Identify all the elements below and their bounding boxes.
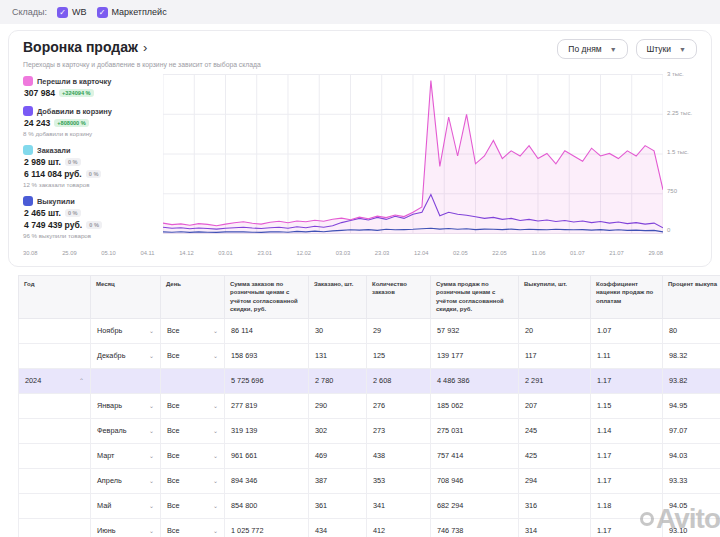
value-cell: 185 062 [431, 394, 519, 418]
month-cell[interactable]: Февраль⌄ [91, 419, 161, 443]
year-summary-row: 2024⌃5 725 6962 7802 6084 486 3862 2911.… [18, 369, 720, 394]
value-cell: 1.17 [591, 469, 663, 493]
chevron-down-icon: ⌄ [213, 527, 218, 534]
chevron-down-icon: ⌄ [149, 352, 154, 359]
chevron-up-icon: ⌃ [79, 377, 84, 384]
period-select[interactable]: По дням ▼ [557, 39, 627, 59]
value-cell: 1.07 [591, 319, 663, 343]
funnel-step-visited-card: Перешли в карточку 307 984 +324094 % [23, 76, 153, 98]
warehouse-filter-bar: Склады: ✓ WB ✓ Маркетплейс [0, 0, 720, 24]
y-tick-label: 0 [667, 227, 697, 233]
table-body: Ноябрь⌄Все⌄86 114302957 932201.0780Декаб… [18, 319, 720, 537]
value-cell: 97.07 [663, 419, 720, 443]
funnel-step-ordered: Заказали 2 989 шт. 0 % 6 114 084 руб. 0 … [23, 145, 153, 188]
day-select-cell[interactable]: Все⌄ [161, 344, 225, 368]
value-cell: 353 [367, 469, 431, 493]
day-select-cell[interactable]: Все⌄ [161, 444, 225, 468]
day-select-cell[interactable]: Все⌄ [161, 494, 225, 518]
x-tick-label: 30.08 [23, 250, 38, 256]
checkbox-check-icon: ✓ [97, 7, 108, 18]
x-tick-label: 12.02 [297, 250, 312, 256]
col-header: Заказано, шт. [309, 276, 367, 318]
x-tick-label: 23.01 [257, 250, 272, 256]
growth-badge: 0 % [86, 170, 102, 178]
card-subtitle: Переходы в карточку и добавление в корзи… [23, 61, 697, 68]
growth-badge: 0 % [86, 221, 102, 229]
value-cell: 1.15 [591, 394, 663, 418]
value-cell: 5 725 696 [225, 369, 309, 393]
units-select[interactable]: Штуки ▼ [636, 39, 697, 59]
month-cell[interactable]: Декабрь⌄ [91, 344, 161, 368]
value-cell: 93.10 [663, 519, 720, 537]
month-cell[interactable]: Апрель⌄ [91, 469, 161, 493]
conversion-note: 96 % выкупили товаров [23, 232, 153, 239]
month-cell[interactable]: Январь⌄ [91, 394, 161, 418]
value-cell: 98.32 [663, 344, 720, 368]
col-header: Количество заказов [367, 276, 431, 318]
growth-badge: 0 % [65, 158, 81, 166]
day-select-cell[interactable]: Все⌄ [161, 319, 225, 343]
value-cell: 961 661 [225, 444, 309, 468]
value-cell: 2 291 [519, 369, 591, 393]
chevron-down-icon: ⌄ [213, 352, 218, 359]
value-cell: 746 738 [431, 519, 519, 537]
y-tick-label: 750 [667, 188, 697, 194]
value-cell: 94.03 [663, 444, 720, 468]
chevron-down-icon: ▼ [610, 46, 617, 53]
x-tick-label: 29.08 [648, 250, 663, 256]
month-cell[interactable]: Ноябрь⌄ [91, 319, 161, 343]
value-cell: 294 [519, 469, 591, 493]
warehouse-checkbox-wb[interactable]: ✓ WB [57, 7, 87, 18]
x-tick-label: 25.09 [62, 250, 77, 256]
chart-x-axis: 30.0825.0905.1004.1114.1203.0123.0112.02… [23, 250, 697, 256]
value-cell: 1.17 [591, 519, 663, 537]
chevron-right-icon[interactable]: › [143, 40, 147, 55]
month-row: Июнь⌄Все⌄1 025 772434412746 7383141.1793… [18, 519, 720, 537]
x-tick-label: 05.10 [101, 250, 116, 256]
value-cell: 425 [519, 444, 591, 468]
warehouse-checkbox-marketplace[interactable]: ✓ Маркетплейс [97, 7, 167, 18]
day-select-cell[interactable]: Все⌄ [161, 419, 225, 443]
value-cell: 93.33 [663, 469, 720, 493]
chevron-down-icon: ⌄ [213, 452, 218, 459]
value-cell: 314 [519, 519, 591, 537]
value-cell: 894 346 [225, 469, 309, 493]
value-cell: 125 [367, 344, 431, 368]
month-cell[interactable]: Июнь⌄ [91, 519, 161, 537]
chevron-down-icon: ⌄ [149, 527, 154, 534]
day-select-cell[interactable]: Все⌄ [161, 519, 225, 537]
month-row: Май⌄Все⌄854 800361341682 2943161.1894.05 [18, 494, 720, 519]
value-cell: 682 294 [431, 494, 519, 518]
value-cell: 341 [367, 494, 431, 518]
value-cell: 319 139 [225, 419, 309, 443]
year-cell[interactable]: 2024⌃ [19, 369, 91, 393]
value-cell: 469 [309, 444, 367, 468]
y-tick-label: 2.25 тыс. [667, 110, 697, 116]
col-header: Сумма заказов по розничным ценам с учёто… [225, 276, 309, 318]
value-cell: 1.17 [591, 444, 663, 468]
year-cell [19, 444, 91, 468]
value-cell: 94.05 [663, 494, 720, 518]
x-tick-label: 12.04 [414, 250, 429, 256]
value-cell: 276 [367, 394, 431, 418]
month-row: Февраль⌄Все⌄319 139302273275 0312451.149… [18, 419, 720, 444]
x-tick-label: 04.11 [140, 250, 154, 256]
x-tick-label: 01.07 [570, 250, 585, 256]
month-cell[interactable]: Май⌄ [91, 494, 161, 518]
value-cell: 316 [519, 494, 591, 518]
day-select-cell [161, 369, 225, 393]
warehouses-label: Склады: [12, 7, 47, 17]
month-cell[interactable]: Март⌄ [91, 444, 161, 468]
x-tick-label: 14.12 [179, 250, 194, 256]
funnel-step-bought: Выкупили 2 465 шт. 0 % 4 749 439 руб. 0 … [23, 196, 153, 239]
value-cell: 2 780 [309, 369, 367, 393]
x-tick-label: 11.06 [531, 250, 545, 256]
value-cell: 1.14 [591, 419, 663, 443]
col-header: Год [19, 276, 91, 318]
value-cell: 1 025 772 [225, 519, 309, 537]
year-cell [19, 519, 91, 537]
day-select-cell[interactable]: Все⌄ [161, 394, 225, 418]
value-cell: 1.17 [591, 369, 663, 393]
value-cell: 4 486 386 [431, 369, 519, 393]
day-select-cell[interactable]: Все⌄ [161, 469, 225, 493]
